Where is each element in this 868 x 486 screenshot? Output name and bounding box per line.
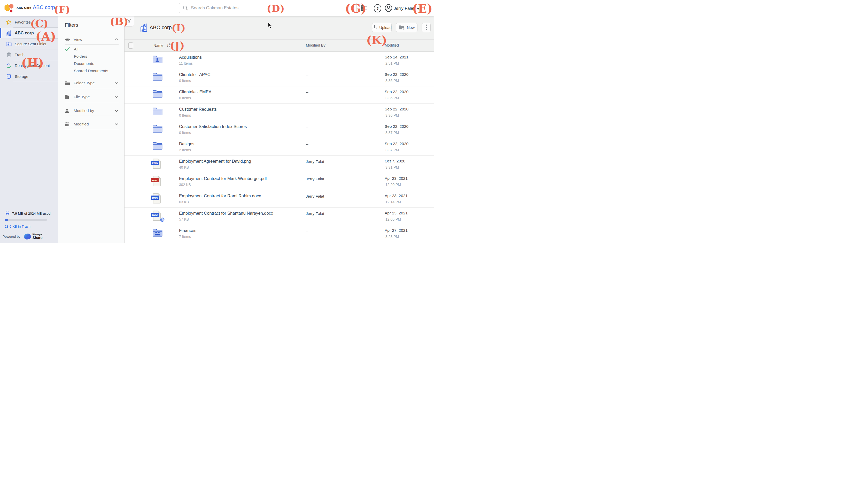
row-detail: 0 Items (179, 79, 191, 83)
search-bar[interactable] (179, 3, 357, 13)
folder-shared-multi (153, 228, 163, 240)
filter-section-folder-type[interactable]: Folder Type (58, 81, 124, 88)
filter-section-file-type[interactable]: File Type (58, 94, 124, 102)
select-all-checkbox[interactable] (128, 42, 133, 49)
eye-icon (65, 37, 70, 41)
funnel-icon (127, 18, 132, 24)
new-button-label: New (407, 25, 414, 30)
globe-icon (160, 218, 164, 223)
row-name[interactable]: Clientele - APAC (179, 72, 211, 77)
row-detail: 11 Items (179, 61, 193, 65)
table-row-acquisitions[interactable]: Acquisitions 11 Items -- Sep 14, 2021 2:… (125, 52, 434, 69)
upload-button[interactable]: Upload (372, 23, 392, 32)
folder (153, 107, 163, 118)
filter-section-modified[interactable]: Modified (58, 122, 124, 129)
row-name[interactable]: Acquisitions (179, 55, 202, 60)
help-icon[interactable]: ? (374, 4, 381, 12)
table-row-customer-satisfaction-index-scores[interactable]: Customer Satisfaction Index Scores 0 Ite… (125, 121, 434, 138)
upload-button-label: Upload (379, 25, 392, 30)
sidebar-item-label: Reassigned Content (15, 63, 50, 68)
table-row-employment-contract-for-rami-rahim-docx[interactable]: DOC Employment Contract for Rami Rahim.d… (125, 190, 434, 208)
filters-toggle-button[interactable] (124, 16, 134, 27)
table-row-designs[interactable]: Designs 2 Items -- Sep 22, 2020 3:37 PM (125, 138, 434, 156)
filter-option-label: All (74, 47, 78, 52)
row-modified-time: 3:36 PM (385, 79, 399, 83)
table-row-employment-contract-for-mark-weinberger-pdf[interactable]: PDF Employment Contract for Mark Weinber… (125, 173, 434, 190)
search-input[interactable] (190, 5, 356, 11)
row-name[interactable]: Finances (179, 228, 196, 233)
sidebar-item-label: Trash (15, 53, 25, 57)
row-name[interactable]: Designs (179, 141, 194, 146)
file-doc: DOC (153, 193, 163, 205)
storage-icon (6, 74, 11, 79)
user-menu[interactable]: Jerry Falat (385, 4, 420, 13)
row-name[interactable]: Clientele - EMEA (179, 89, 212, 94)
pdf-badge: PDF (151, 178, 159, 182)
sidebar-item-abc-corp[interactable]: ABC corp (0, 28, 58, 38)
building-icon (6, 30, 11, 36)
new-button[interactable]: New (396, 23, 417, 32)
row-name[interactable]: Employment Agreement for David.png (179, 159, 251, 164)
more-actions-button[interactable] (422, 23, 431, 32)
row-detail: 63 KB (179, 200, 189, 204)
row-modified-by: -- (306, 73, 308, 77)
folder (153, 89, 163, 101)
filter-section-view[interactable]: View (58, 37, 124, 45)
table-row-clientele-apac[interactable]: Clientele - APAC 0 Items -- Sep 22, 2020… (125, 69, 434, 86)
table-row-clientele-emea[interactable]: Clientele - EMEA 0 Items -- Sep 22, 2020… (125, 86, 434, 104)
row-detail: 57 KB (179, 217, 189, 221)
column-header-name[interactable]: Name ↓ AZ (153, 43, 170, 48)
sidebar-item-secure-sent-links[interactable]: Secure Sent Links (0, 38, 58, 49)
row-modified-time: 3:37 PM (385, 131, 399, 135)
row-name[interactable]: Customer Satisfaction Index Scores (179, 124, 247, 129)
sidebar-item-reassigned-content[interactable]: Reassigned Content (0, 60, 58, 71)
row-name[interactable]: Employment Contract for Rami Rahim.docx (179, 194, 261, 198)
upload-icon (372, 24, 377, 31)
row-modified-by: -- (306, 125, 308, 129)
folder (153, 72, 163, 84)
sidebar-item-storage[interactable]: Storage (0, 71, 58, 82)
trash-size-link[interactable]: 28.6 KB in Trash (5, 225, 58, 228)
filter-option-documents[interactable]: Documents (58, 60, 124, 67)
table-row-customer-requests[interactable]: Customer Requests 0 Items -- Sep 22, 202… (125, 104, 434, 121)
filters-title: Filters (65, 22, 78, 28)
chevron-down-icon (417, 8, 420, 9)
filter-section-label: Modified (74, 122, 115, 126)
row-name[interactable]: Customer Requests (179, 107, 217, 112)
sidebar-divider (13, 82, 58, 82)
row-modified-time: 3:23 PM (385, 235, 399, 239)
row-modified-date: Sep 14, 2021 (385, 55, 408, 59)
filter-option-folders[interactable]: Folders (58, 53, 124, 60)
doc-badge: DOC (151, 196, 159, 200)
chevron-down-icon (115, 95, 119, 99)
file-doc-globe: DOC (153, 210, 163, 223)
kebab-menu-icon (426, 24, 427, 31)
imanage-share-wordmark: iManage Share (33, 233, 43, 239)
row-name[interactable]: Employment Contract for Shantanu Narayen… (179, 211, 273, 216)
row-modified-date: Apr 23, 2021 (385, 211, 408, 216)
sidebar-item-trash[interactable]: Trash (0, 49, 58, 60)
sidebar-item-favorites[interactable]: Favorites (0, 17, 58, 27)
filter-option-all[interactable]: All (58, 46, 124, 53)
row-modified-by: Jerry Falat (306, 194, 324, 198)
table-row-finances[interactable]: Finances 7 Items -- Apr 27, 2021 3:23 PM (125, 225, 434, 242)
png-badge: PNG (151, 161, 159, 165)
filter-section-modified-by[interactable]: Modified by (58, 108, 124, 116)
row-name[interactable]: Employment Contract for Mark Weinberger.… (179, 176, 267, 181)
filter-option-label: Folders (74, 54, 87, 59)
row-modified-time: 3:37 PM (385, 148, 399, 152)
row-modified-date: Sep 22, 2020 (385, 124, 408, 129)
row-detail: 0 Items (179, 113, 191, 117)
row-detail: 7 Items (179, 235, 191, 239)
column-header-modified: Modified (385, 43, 399, 47)
breadcrumb-abc-corp[interactable]: ABC corp (33, 4, 55, 10)
table-row-employment-contract-for-shantanu-narayen-docx[interactable]: DOC Employment Contract for Shantanu Nar… (125, 208, 434, 225)
filter-option-shared-documents[interactable]: Shared Documents (58, 67, 124, 75)
person-icon (65, 108, 70, 113)
list-view-icon[interactable] (361, 5, 368, 11)
filters-panel: Filters View (58, 16, 125, 243)
row-detail: 40 KB (179, 165, 189, 169)
table-row-employment-agreement-for-david-png[interactable]: PNG Employment Agreement for David.png 4… (125, 156, 434, 173)
folder-icon (65, 81, 70, 85)
new-folder-icon (399, 24, 405, 31)
